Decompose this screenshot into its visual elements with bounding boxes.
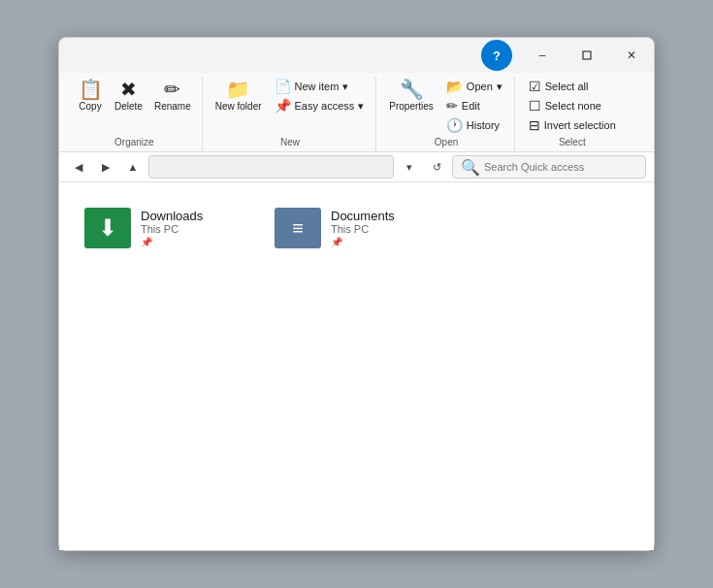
easy-access-arrow: ▾ bbox=[358, 100, 364, 113]
maximize-button[interactable] bbox=[565, 38, 609, 73]
invert-selection-label: Invert selection bbox=[544, 119, 616, 131]
folder-item-downloads[interactable]: ⬇ Downloads This PC 📌 bbox=[79, 202, 253, 254]
open-label: Open bbox=[467, 81, 493, 92]
open-button[interactable]: 📂 Open ▾ bbox=[440, 77, 508, 96]
delete-label: Delete bbox=[114, 101, 143, 113]
downloads-pin-icon: 📌 bbox=[141, 237, 203, 247]
ribbon-group-organize: 📋 Copy ✖ Delete ✏ Rename Organize bbox=[67, 77, 203, 151]
organize-group-label: Organize bbox=[114, 137, 154, 147]
titlebar-controls: ? – ✕ bbox=[481, 38, 654, 73]
select-all-label: Select all bbox=[545, 81, 589, 92]
documents-pin-icon: 📌 bbox=[331, 237, 395, 247]
open-icon: 📂 bbox=[446, 79, 463, 94]
search-input[interactable] bbox=[484, 161, 637, 173]
downloads-subtitle: This PC bbox=[141, 223, 203, 235]
new-item-column: 📄 New item ▾ 📌 Easy access ▾ bbox=[269, 77, 371, 115]
minimize-button[interactable]: – bbox=[520, 38, 565, 73]
documents-icon: ≡ bbox=[275, 208, 321, 248]
select-items: ☑ Select all ☐ Select none ⊟ Invert sele… bbox=[523, 77, 622, 135]
properties-button[interactable]: 🔧 Properties bbox=[384, 77, 438, 115]
new-item-button[interactable]: 📄 New item ▾ bbox=[269, 77, 371, 96]
address-path[interactable] bbox=[148, 155, 394, 179]
select-group-label: Select bbox=[559, 137, 586, 147]
select-none-icon: ☐ bbox=[529, 98, 541, 114]
ribbon: 📋 Copy ✖ Delete ✏ Rename Organize bbox=[59, 73, 654, 152]
forward-button[interactable]: ▶ bbox=[94, 155, 117, 179]
refresh-button[interactable]: ↺ bbox=[425, 155, 448, 179]
downloads-icon: ⬇ bbox=[84, 208, 131, 248]
titlebar: ? – ✕ bbox=[59, 38, 654, 73]
new-item-icon: 📄 bbox=[275, 79, 291, 94]
search-icon: 🔍 bbox=[461, 158, 480, 177]
new-items: 📁 New folder 📄 New item ▾ 📌 Easy access bbox=[211, 77, 371, 135]
history-button[interactable]: 🕐 History bbox=[440, 115, 508, 135]
help-button[interactable]: ? bbox=[481, 40, 512, 71]
ribbon-group-new: 📁 New folder 📄 New item ▾ 📌 Easy access bbox=[205, 77, 377, 151]
downloads-name: Downloads bbox=[141, 209, 203, 223]
documents-info: Documents This PC 📌 bbox=[331, 209, 395, 247]
search-bar: 🔍 bbox=[452, 155, 646, 179]
select-all-button[interactable]: ☑ Select all bbox=[523, 77, 622, 96]
properties-icon: 🔧 bbox=[400, 80, 424, 99]
back-button[interactable]: ◀ bbox=[67, 155, 90, 179]
easy-access-button[interactable]: 📌 Easy access ▾ bbox=[269, 96, 371, 115]
dropdown-button[interactable]: ▾ bbox=[398, 155, 421, 179]
properties-label: Properties bbox=[389, 101, 434, 113]
edit-button[interactable]: ✏ Edit bbox=[440, 96, 508, 115]
ribbon-group-select: ☑ Select all ☐ Select none ⊟ Invert sele… bbox=[517, 77, 628, 151]
delete-button[interactable]: ✖ Delete bbox=[110, 77, 147, 115]
delete-icon: ✖ bbox=[120, 80, 137, 99]
organize-items: 📋 Copy ✖ Delete ✏ Rename bbox=[73, 77, 196, 135]
new-folder-label: New folder bbox=[215, 101, 262, 113]
open-group-label: Open bbox=[435, 137, 458, 147]
select-column: ☑ Select all ☐ Select none ⊟ Invert sele… bbox=[523, 77, 622, 135]
up-button[interactable]: ▲ bbox=[121, 155, 145, 179]
easy-access-label: Easy access bbox=[295, 100, 355, 112]
new-item-arrow: ▾ bbox=[342, 81, 348, 93]
copy-label: Copy bbox=[79, 101, 101, 113]
invert-selection-button[interactable]: ⊟ Invert selection bbox=[523, 115, 622, 135]
svg-rect-0 bbox=[583, 51, 591, 59]
folder-item-documents[interactable]: ≡ Documents This PC 📌 bbox=[269, 202, 443, 254]
rename-icon: ✏ bbox=[164, 80, 180, 99]
content-area: ⬇ Downloads This PC 📌 ≡ Documents This P… bbox=[59, 182, 654, 550]
documents-subtitle: This PC bbox=[331, 223, 395, 235]
new-item-label: New item bbox=[295, 81, 340, 92]
easy-access-icon: 📌 bbox=[275, 98, 291, 114]
rename-label: Rename bbox=[154, 101, 191, 113]
open-column: 📂 Open ▾ ✏ Edit 🕐 History bbox=[440, 77, 508, 135]
new-folder-icon: 📁 bbox=[226, 80, 250, 99]
select-none-button[interactable]: ☐ Select none bbox=[523, 96, 622, 115]
ribbon-group-open: 🔧 Properties 📂 Open ▾ ✏ Edit bbox=[378, 77, 515, 151]
invert-selection-icon: ⊟ bbox=[529, 117, 540, 133]
copy-button[interactable]: 📋 Copy bbox=[73, 77, 108, 115]
copy-icon: 📋 bbox=[79, 80, 103, 99]
select-none-label: Select none bbox=[545, 100, 601, 112]
select-all-icon: ☑ bbox=[529, 79, 541, 94]
ribbon-row: 📋 Copy ✖ Delete ✏ Rename Organize bbox=[67, 77, 646, 151]
new-folder-button[interactable]: 📁 New folder bbox=[211, 77, 267, 115]
edit-icon: ✏ bbox=[446, 98, 458, 114]
history-label: History bbox=[467, 119, 500, 131]
close-button[interactable]: ✕ bbox=[609, 38, 654, 73]
file-explorer-window: ? – ✕ 📋 Copy ✖ Dele bbox=[58, 37, 655, 551]
history-icon: 🕐 bbox=[446, 117, 463, 133]
addressbar: ◀ ▶ ▲ ▾ ↺ 🔍 bbox=[59, 152, 654, 182]
downloads-info: Downloads This PC 📌 bbox=[141, 209, 203, 247]
open-items: 🔧 Properties 📂 Open ▾ ✏ Edit bbox=[384, 77, 508, 135]
documents-name: Documents bbox=[331, 209, 395, 223]
new-group-label: New bbox=[280, 137, 300, 147]
rename-button[interactable]: ✏ Rename bbox=[149, 77, 196, 115]
edit-label: Edit bbox=[462, 100, 480, 112]
open-arrow: ▾ bbox=[497, 81, 502, 93]
